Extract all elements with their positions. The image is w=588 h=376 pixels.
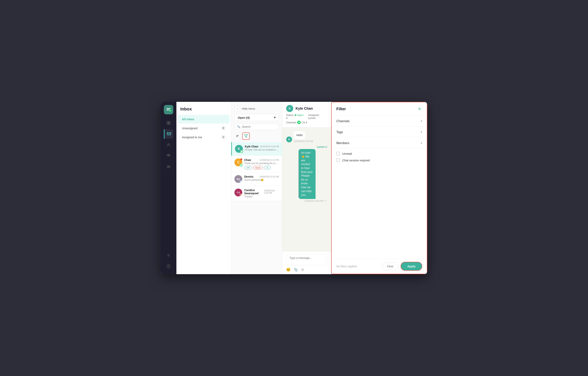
filter-close-button[interactable]: ✕ [417,106,422,112]
nav-icon-help[interactable] [164,262,173,271]
svg-point-11 [169,166,170,167]
sidebar-item-all-inbox[interactable]: All inbox [178,115,230,124]
svg-rect-4 [167,121,168,123]
message-bubble-agent: Hi Kyle! 👋 We are excited to hear from y… [299,149,316,199]
filter-title: Filter [336,107,346,111]
status-label: Status: Open ▾ [286,114,305,119]
checkbox-chat-expired-label: Chat session expired [342,159,370,162]
chat-toolbar: 😊 📎 ⊕ [286,268,327,272]
back-button[interactable]: ‹ [235,106,240,112]
add-icon[interactable]: ⊕ [301,268,304,272]
open-chevron-icon: ▾ [274,116,276,119]
search-bar: 🔍 [235,123,279,130]
conversation-list-header: ‹ Hide menu [231,102,282,114]
checkbox-unread[interactable] [336,152,340,155]
conversation-item-candice[interactable]: CS Candice Swanepoel 10/09/2023 3:18 PM [231,186,282,201]
conversation-list: ‹ Hide menu Open (4) ▾ 🔍 [231,102,282,274]
conversation-item-kyle-chan[interactable]: K Kyle Chan 11/09/2023 4:04 PM Hi Kyle !… [231,142,282,156]
filter-tags-label: Tags [336,130,343,134]
tag-more[interactable]: +2 [264,166,271,169]
nav-icon-broadcast[interactable] [164,151,173,161]
no-filters-text: No filters applied [336,265,357,268]
chat-messages: K Hello 11/09/2023 4:03 PM Lyman Li Hi K… [282,127,331,251]
tags-chevron-icon: ▾ [421,130,422,134]
filter-header: Filter ✕ [332,102,427,116]
message-input[interactable] [286,254,327,265]
assigned-label: Assigned: Lyman [308,114,327,119]
svg-point-20 [241,195,241,196]
nav-icon-teams[interactable] [164,162,173,172]
sort-button[interactable] [235,133,241,139]
filter-channels-label: Channels [336,119,350,123]
tag-vip[interactable]: VIP [244,166,252,169]
message-hello: K Hello 11/09/2023 4:03 PM [286,131,327,142]
channel-info: Channel: W CS ▾ [286,121,327,124]
svg-point-21 [241,195,242,195]
agent-name: Lyman Li [299,146,327,148]
conv-time: 11/09/2023 4:04 PM [259,145,279,148]
assigned-to-me-label: Assigned to me [182,136,202,139]
conv-preview-chan: Thank you for providing the order number… [244,162,279,165]
filter-tags-section[interactable]: Tags ▾ [332,127,427,138]
svg-rect-6 [167,123,168,125]
search-icon: 🔍 [237,125,240,128]
open-label: Open (4) [238,116,250,119]
emoji-icon[interactable]: 😊 [286,268,290,272]
checkbox-unread-row[interactable]: Unread [336,152,422,155]
instagram-badge [239,194,242,196]
conv-time-candice: 10/09/2023 3:18 PM [264,189,279,194]
chat-area: K Kyle Chan Status: Open ▾ Assigned: Lym… [282,102,331,274]
filter-row [231,132,282,142]
svg-text:✓: ✓ [170,110,171,112]
assigned-to-me-badge: 1 [221,135,225,139]
svg-point-12 [168,255,169,256]
conversation-item-dennis[interactable]: De Dennis 10/09/2023 9:32 PM You're welc… [231,172,282,186]
icon-sidebar: ✓ [161,102,176,274]
svg-rect-7 [169,123,170,125]
conv-time-dennis: 10/09/2023 9:32 PM [259,176,279,178]
logo[interactable]: ✓ [164,105,173,114]
nav-icon-settings[interactable] [164,251,173,260]
checkbox-chat-expired-row[interactable]: Chat session expired [336,158,422,162]
sidebar-item-unassigned[interactable]: Unassigned 2 [178,124,230,133]
unassigned-badge: 2 [221,126,225,130]
message-agent-reply: Lyman Li Hi Kyle! 👋 We are excited to he… [299,146,327,202]
filter-members-section[interactable]: Members ▾ [332,138,427,149]
filter-channels-section[interactable]: Channels ▾ [332,116,427,127]
tags-row: VIP Issue +2 [244,166,279,169]
sidebar-item-assigned-to-me[interactable]: Assigned to me 1 [178,133,230,142]
conv-name-chan: Chan [244,158,251,162]
nav-icon-contacts[interactable] [164,140,173,150]
filter-button[interactable] [242,132,250,140]
whatsapp-badge-chan [239,164,243,167]
filter-members-label: Members [336,141,350,145]
apply-button[interactable]: Apply [401,262,422,271]
all-inbox-label: All inbox [182,117,194,121]
avatar-letter: K [238,147,240,151]
checkbox-chat-expired[interactable] [336,158,340,162]
nav-icon-inbox[interactable] [164,129,173,139]
message-bubble-hello: Hello [294,131,305,139]
search-input[interactable] [242,125,276,128]
msg-time-agent: 11/09/2023 4:04 PM ✓✓ [299,200,327,202]
conversation-item-chan[interactable]: C Chan 11/09/2023 2:12 PM Thank you for … [231,156,282,172]
tag-issue[interactable]: Issue [253,166,263,169]
clear-button[interactable]: Clear [382,263,398,270]
chat-contact-name: Kyle Chan [296,106,313,111]
inbox-title: Inbox [176,102,231,115]
hide-menu-label[interactable]: Hide menu [242,107,255,110]
members-chevron-icon: ▾ [421,141,422,145]
open-dropdown[interactable]: Open (4) ▾ [235,114,279,121]
avatar-dennis: De [235,175,242,183]
messenger-badge [239,180,242,183]
whatsapp-badge [240,150,243,153]
svg-marker-18 [245,135,247,138]
attach-icon[interactable]: 📎 [294,268,298,272]
avatar-chan: C [235,158,242,166]
unread-dot [240,158,242,160]
filter-panel: Filter ✕ Channels ▾ Tags ▾ Members ▾ Unr… [331,102,427,274]
chat-contact-avatar: K [286,105,293,112]
nav-icon-dashboard[interactable] [164,118,173,128]
channels-chevron-icon: ▾ [421,119,422,123]
svg-rect-1 [167,110,169,110]
